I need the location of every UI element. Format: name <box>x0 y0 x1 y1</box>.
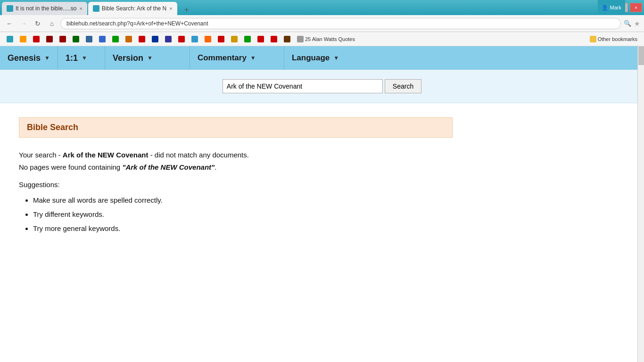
bible-search-title: Bible Search <box>27 123 78 132</box>
language-label: Language <box>292 53 330 63</box>
tab1-favicon <box>7 5 13 12</box>
tab1-close[interactable]: × <box>79 6 82 11</box>
new-tab-button[interactable]: + <box>180 5 193 15</box>
scrollbar[interactable] <box>637 45 644 362</box>
bookmark-item[interactable] <box>228 35 240 43</box>
tabs-area: It is not in the bible.....so × Bible Se… <box>2 0 598 15</box>
search-input[interactable] <box>223 79 383 93</box>
bookmark-item[interactable] <box>175 35 188 43</box>
bookmark-item[interactable] <box>4 35 16 43</box>
content-area: Bible Search Your search - Ark of the NE… <box>0 103 644 339</box>
suggestion-1: Make sure all words are spelled correctl… <box>33 193 625 207</box>
bookmark-item[interactable] <box>30 35 42 43</box>
search-term-bold: Ark of the NEW Covenant <box>63 151 149 159</box>
suggestions-list: Make sure all words are spelled correctl… <box>33 193 625 236</box>
bookmark-item[interactable] <box>109 35 122 43</box>
bookmark-item[interactable] <box>241 35 254 43</box>
back-button[interactable]: ← <box>4 18 15 29</box>
bookmark-item[interactable] <box>215 35 227 43</box>
suggestion-2: Try different keywords. <box>33 207 625 222</box>
bookmarks-bar: 25 Alan Watts Quotes Other bookmarks <box>0 32 644 46</box>
suggestions-label: Suggestions: <box>19 181 625 189</box>
result-prefix: Your search - <box>19 151 63 159</box>
bookmark-alan-watts-label: 25 Alan Watts Quotes <box>305 36 355 42</box>
version-dropdown[interactable]: Version ▼ <box>105 46 190 70</box>
tab-2[interactable]: Bible Search: Ark of the N × <box>88 2 177 15</box>
tab2-label: Bible Search: Ark of the N <box>102 5 166 12</box>
reload-button[interactable]: ↻ <box>32 18 43 29</box>
bookmark-item[interactable] <box>57 35 69 43</box>
address-bar: ← → ↻ ⌂ 🔍 ★ <box>0 15 644 32</box>
version-label: Version <box>113 53 143 63</box>
scrollbar-thumb[interactable] <box>638 46 644 65</box>
bookmark-item[interactable] <box>96 35 108 43</box>
address-input[interactable] <box>60 18 621 29</box>
home-button[interactable]: ⌂ <box>46 18 58 29</box>
no-pages-prefix: No pages were found containing <box>19 163 122 171</box>
result-suffix: - did not match any documents. <box>149 151 249 159</box>
bookmark-item[interactable] <box>255 35 267 43</box>
page-wrapper: It is not in the bible.....so × Bible Se… <box>0 0 644 339</box>
commentary-arrow-icon: ▼ <box>250 55 256 61</box>
tab-1[interactable]: It is not in the bible.....so × <box>2 2 87 15</box>
bookmark-star-icon[interactable]: ★ <box>634 20 640 27</box>
verse-label: 1:1 <box>66 53 78 63</box>
tab2-close[interactable]: × <box>169 6 172 11</box>
bookmark-item[interactable] <box>83 35 95 43</box>
page-body: Genesis ▼ 1:1 ▼ Version ▼ Commentary ▼ L… <box>0 46 644 339</box>
close-button[interactable]: × <box>630 3 642 12</box>
bookmark-item[interactable] <box>123 35 135 43</box>
search-area: Search <box>0 70 644 103</box>
address-search-icon: 🔍 <box>624 20 631 27</box>
other-bookmarks-button[interactable]: Other bookmarks <box>587 35 640 43</box>
language-dropdown[interactable]: Language ▼ <box>284 46 360 70</box>
bookmark-item[interactable] <box>189 35 201 43</box>
language-arrow-icon: ▼ <box>333 55 339 61</box>
suggestion-3: Try more general keywords. <box>33 222 625 236</box>
bookmark-item-alan-watts[interactable]: 25 Alan Watts Quotes <box>294 35 358 43</box>
title-bar: It is not in the bible.....so × Bible Se… <box>0 0 644 15</box>
genesis-arrow-icon: ▼ <box>44 55 50 61</box>
top-nav: Genesis ▼ 1:1 ▼ Version ▼ Commentary ▼ L… <box>0 46 644 70</box>
tab2-favicon <box>93 5 99 12</box>
bookmark-item[interactable] <box>136 35 148 43</box>
no-pages-quoted: "Ark of the NEW Covenant" <box>122 163 215 171</box>
bookmark-item[interactable] <box>149 35 161 43</box>
commentary-dropdown[interactable]: Commentary ▼ <box>190 46 284 70</box>
bookmark-item[interactable] <box>43 35 56 43</box>
bookmark-item[interactable] <box>281 35 293 43</box>
version-arrow-icon: ▼ <box>147 55 153 61</box>
forward-button[interactable]: → <box>18 18 29 29</box>
user-label: Mark <box>610 5 621 10</box>
no-pages-suffix: . <box>215 163 216 171</box>
tab1-label: It is not in the bible.....so <box>16 5 76 12</box>
genesis-dropdown[interactable]: Genesis ▼ <box>0 46 58 70</box>
result-text: Your search - Ark of the NEW Covenant - … <box>19 149 625 173</box>
bookmark-item[interactable] <box>17 35 29 43</box>
verse-arrow-icon: ▼ <box>82 55 87 61</box>
other-bookmarks-label: Other bookmarks <box>598 36 637 42</box>
user-badge: 👤 Mark <box>598 0 625 15</box>
genesis-label: Genesis <box>8 53 41 63</box>
verse-dropdown[interactable]: 1:1 ▼ <box>58 46 105 70</box>
bookmark-item[interactable] <box>70 35 82 43</box>
bookmark-item[interactable] <box>202 35 214 43</box>
bible-search-header: Bible Search <box>19 117 453 138</box>
bookmark-item[interactable] <box>162 35 174 43</box>
bookmark-item[interactable] <box>268 35 280 43</box>
commentary-label: Commentary <box>198 53 247 63</box>
search-button[interactable]: Search <box>385 79 421 93</box>
